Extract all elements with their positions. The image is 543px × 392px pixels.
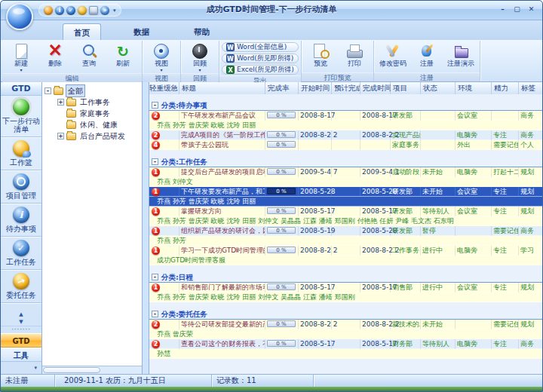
assignees-row[interactable]: 成功GTD时间管理客服	[149, 256, 542, 265]
column-header[interactable]: 状态	[421, 82, 456, 94]
column-header[interactable]: 完成时间	[360, 82, 391, 94]
export-word-all-button[interactable]: WWord(全部信息)	[222, 42, 299, 52]
sidebar-item-next-actions[interactable]: 下一步行动清单	[1, 96, 41, 137]
task-row[interactable]: 2查看公司这个的财务报表，不过0 %2008-5-172008-5-17财务部等…	[149, 339, 542, 349]
sidebar-item-inbox[interactable]: 工作篮	[1, 137, 41, 170]
assignees-row[interactable]: 孙慧	[149, 349, 542, 359]
ribbon-group-label: 视图	[143, 73, 180, 82]
review-button[interactable]: 回顾▾	[183, 41, 216, 73]
tools-mode-button[interactable]: 工具	[1, 348, 41, 362]
export-word-wysiwyg-button[interactable]: WWord(所见即所得)	[222, 54, 299, 63]
query-button[interactable]: 查询	[72, 41, 106, 69]
collapse-icon[interactable]: -	[152, 158, 158, 165]
category-row[interactable]: -分类:日程	[149, 272, 542, 283]
category-tree: -全部+工作事务家庭事务休闲、健康+后台产品研发	[42, 82, 142, 366]
priority-badge: 1	[152, 207, 160, 216]
close-button[interactable]: ✕	[525, 4, 538, 15]
assignees-row[interactable]: 乔燕 孙芳 曾庆荣 欧晓 沈玲 田丽	[149, 121, 542, 130]
start-date: 2008-5-19	[299, 226, 332, 236]
category-row[interactable]: -分类:待办事项	[149, 100, 542, 111]
password-icon	[383, 43, 403, 60]
task-title: 等待公司研发部提交最新的产品	[179, 320, 265, 329]
maximize-button[interactable]: ▢	[511, 4, 523, 15]
priority-cell: 1	[149, 187, 179, 197]
sidebar-item-project-management[interactable]: 项目管理	[1, 170, 41, 204]
assignees-row[interactable]: 乔燕 刘仲文	[149, 177, 542, 187]
register-button[interactable]: 注册	[410, 41, 443, 69]
column-header[interactable]: 精力	[492, 82, 519, 94]
tree-expander-icon[interactable]: +	[57, 99, 64, 106]
sidebar-grip-handle[interactable]: ·······	[1, 326, 41, 333]
task-row[interactable]: 2等待公司研发部提交最新的产品0 %2008-8-2 22008-8-2 2新技…	[149, 320, 542, 329]
task-row[interactable]: 1和销售部门了解最新的市场动向0 %2008-5-172008-5-17销售部进…	[149, 283, 542, 292]
start-date: 2008-8-17	[299, 111, 332, 121]
dropdown-arrow-icon: ▾	[184, 68, 216, 72]
priority-badge: 2	[152, 340, 160, 348]
task-row[interactable]: 4带孩子去公园玩0 %家庭事务外出需要记住个人	[149, 140, 542, 150]
tree-node-leisure-health[interactable]: 休闲、健康	[42, 119, 142, 130]
assignees-row[interactable]: 乔燕 孙芳	[149, 236, 542, 246]
sidebar-item-work-tasks[interactable]: ✓工作任务	[1, 237, 41, 270]
new-button[interactable]: 新建▾	[5, 41, 38, 73]
collapse-icon[interactable]: -	[152, 311, 158, 317]
task-row[interactable]: 2完成A项目的《第一阶段工作进度0 %2008-8-2 22008-8-2 2实…	[149, 130, 542, 140]
register-demo-button[interactable]: 注册演示	[444, 41, 477, 69]
print-button[interactable]: 打印	[338, 41, 371, 69]
minimize-button[interactable]: –	[496, 4, 509, 15]
app-menu-button[interactable]	[6, 3, 33, 30]
tree-node-all[interactable]: -全部	[42, 85, 142, 96]
export-excel-wysiwyg-button[interactable]: XExcel(所见即所得)	[222, 65, 299, 75]
task-row[interactable]: 1学习一下成功GTD时间管理的使0 %2008-8-2 22008-8-2 2工…	[149, 246, 542, 256]
column-header[interactable]: 标题	[179, 82, 265, 94]
column-header[interactable]: 完成率	[265, 82, 299, 94]
tree-node-work-affairs[interactable]: +工作事务	[42, 96, 142, 108]
task-row[interactable]: 1组织新产品研发的研讨会，因原0 %2008-5-192008-5-28研发部暂…	[149, 226, 542, 236]
assignees-row[interactable]: 乔燕 孙芳 曾庆荣 欧晓 沈玲 田丽	[149, 197, 542, 207]
sidebar-item-delegated-tasks[interactable]: →委托任务	[1, 270, 41, 303]
tree-node-backend-product-rd[interactable]: +后台产品研发	[42, 130, 142, 142]
grid-column-headers: 轻重缓急标题完成率开始时间预计完成时完成时间项目状态环境精力标签	[149, 82, 542, 94]
column-header[interactable]: 开始时间	[299, 82, 332, 94]
tree-node-family-affairs[interactable]: 家庭事务	[42, 108, 142, 119]
register-icon	[417, 43, 437, 60]
assignees-row[interactable]: 乔燕 孙芳 曾庆荣 欧晓 沈玲 田丽 刘仲文 吴晶晶 江森 潘靖 郑国刚 付艳艳…	[149, 216, 542, 226]
task-row[interactable]: 1下午研发要发布新产品，和工程0 %2008-5-282008-5-28研发部未…	[149, 187, 542, 197]
environment-cell: 会议室	[456, 111, 492, 121]
change-password-button[interactable]: 修改密码	[376, 41, 410, 69]
column-header[interactable]: 轻重缓急	[149, 82, 179, 94]
column-header[interactable]: 标签	[519, 82, 543, 94]
task-row[interactable]: 2下午研发发布新产品会议0 %2008-8-172008-8-17研发部会议室商…	[149, 111, 542, 121]
sidebar-config-arrow[interactable]: ▾	[1, 362, 41, 374]
preview-button[interactable]: 预览	[304, 41, 337, 69]
sidebar-item-label: 待办事项	[2, 225, 41, 233]
refresh-button[interactable]: 刷新	[106, 41, 140, 69]
tree-expander-icon[interactable]: -	[44, 87, 51, 94]
tab-help[interactable]: 帮助	[183, 23, 220, 40]
column-header[interactable]: 预计完成时	[332, 82, 360, 94]
view-button[interactable]: 视图▾	[145, 41, 178, 73]
task-row[interactable]: 1掌握研发方向0 %2008-5-172008-5-17研发部等待别人会议室专注…	[149, 207, 542, 216]
start-date: 2008-8-2 2	[299, 320, 332, 329]
scrollbar-thumb[interactable]	[43, 367, 100, 373]
progress-bar: 0 %	[267, 247, 296, 253]
gtd-mode-button[interactable]: GTD	[1, 333, 41, 348]
category-row[interactable]: -分类:工作任务	[149, 157, 542, 167]
column-header[interactable]: 环境	[456, 82, 492, 94]
sidebar-collapse-arrow[interactable]: ▲▼	[1, 311, 41, 326]
delete-button[interactable]: 删除	[38, 41, 72, 69]
column-header[interactable]: 项目	[391, 82, 421, 94]
tab-home[interactable]: 首页	[63, 23, 101, 40]
collapse-icon[interactable]: -	[152, 102, 158, 109]
tab-data[interactable]: 数据	[123, 23, 160, 40]
finish-date: 2008-8-17	[360, 111, 391, 121]
assignees-row[interactable]: 乔燕 孙芳 曾庆荣 欧晓 沈玲 田丽 刘仲文 吴晶晶 江森 潘靖 郑国刚	[149, 292, 542, 302]
assignees-row[interactable]: 乔燕 曾庆荣	[149, 329, 542, 339]
task-row[interactable]: 1提交后台产品研发的项目启动书0 %2009-5-4 72009-5-4 1启动…	[149, 167, 542, 177]
sidebar-item-todo[interactable]: i待办事项	[1, 204, 41, 237]
category-row[interactable]: -分类:委托任务	[149, 309, 542, 320]
collapse-icon[interactable]: -	[152, 274, 158, 280]
priority-cell: 4	[149, 140, 179, 150]
ribbon: 新建▾删除查询刷新编辑视图▾视图回顾▾回顾WWord(全部信息)WWord(所见…	[1, 40, 542, 82]
tree-horizontal-scrollbar[interactable]	[42, 366, 142, 374]
tree-expander-icon[interactable]: +	[57, 133, 64, 139]
